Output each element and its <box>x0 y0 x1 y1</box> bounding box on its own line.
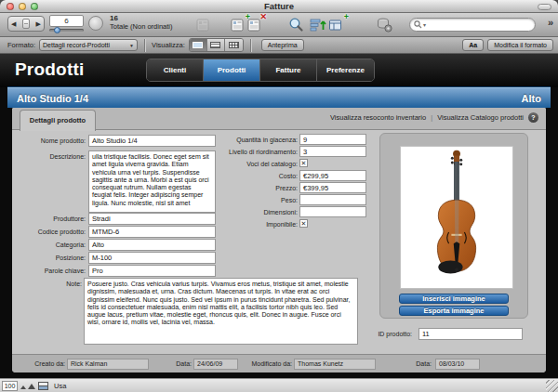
layout-popup-value: Dettagli record-Prodotti <box>43 42 110 48</box>
list-view-button[interactable] <box>207 39 225 51</box>
record-slider-thumb[interactable] <box>54 27 60 33</box>
close-window-button[interactable] <box>7 3 14 10</box>
tab-clienti[interactable]: Clienti <box>147 59 204 81</box>
found-set-pie-button[interactable] <box>88 16 103 31</box>
export-image-button[interactable]: Esporta immagine <box>399 306 509 316</box>
find-button[interactable] <box>288 17 305 33</box>
tab-prodotti[interactable]: Prodotti <box>204 59 260 81</box>
peso-field[interactable] <box>299 194 366 205</box>
descrizione-label: Descrizione: <box>14 153 86 160</box>
previous-record-button[interactable]: ◀ <box>11 20 16 27</box>
new-record-button[interactable]: + <box>230 17 246 33</box>
prezzo-field[interactable]: €399,95 <box>299 182 366 193</box>
created-date-label: Data: <box>161 360 192 367</box>
search-icon <box>414 20 422 29</box>
modified-by-label: Modificato da: <box>245 360 292 367</box>
quick-find-input[interactable]: ▾ <box>409 18 536 32</box>
livello-label: Livello di riordinamento: <box>189 149 298 155</box>
insert-image-button[interactable]: Inserisci immagine <box>399 294 509 304</box>
detail-panel: Dettagli prodotto Visualizza resoconto i… <box>12 108 546 372</box>
categoria-field[interactable]: Alto <box>88 239 216 251</box>
view-label: Visualizza: <box>152 41 185 49</box>
product-image-field[interactable] <box>400 146 513 289</box>
id-prodotto-label: ID prodotto: <box>319 331 412 337</box>
zoom-in-icon[interactable] <box>28 384 35 389</box>
link-product-catalog[interactable]: Visualizza Catalogo prodotti <box>437 113 524 122</box>
window-controls <box>7 3 38 10</box>
format-label: Formato: <box>7 41 35 49</box>
link-inventory-report[interactable]: Visualizza resoconto inventario <box>330 113 426 122</box>
mode-popup[interactable]: Usa <box>54 382 66 390</box>
search-menu-caret-icon[interactable]: ▾ <box>423 21 426 28</box>
resize-grip[interactable] <box>546 380 558 392</box>
window-title: Fatture <box>0 0 558 13</box>
posizione-field[interactable]: M-100 <box>88 252 216 264</box>
layout-bar: Formato: Dettagli record-Prodotti ▼ Visu… <box>0 37 558 54</box>
note-field[interactable]: Posuere justo. Cras vehicula varius turp… <box>84 278 358 345</box>
produttore-label: Produttore: <box>14 216 86 222</box>
status-area-toggle-icon[interactable] <box>38 382 48 390</box>
nome-prodotto-label: Nome prodotto: <box>14 137 86 144</box>
toolbar-overflow-button[interactable]: » <box>548 17 553 28</box>
parole-chiave-label: Parole chiave: <box>14 268 86 274</box>
record-title: Alto Studio 1/4 <box>17 93 88 104</box>
database-manage-button[interactable] <box>377 17 393 33</box>
show-all-records-button[interactable] <box>195 17 212 33</box>
delete-record-button[interactable]: ✕ <box>246 17 263 33</box>
violin-image <box>414 148 499 287</box>
app-window: Fatture ◀ ▶ 6 16 Totale (Non ordinati) +… <box>0 0 558 392</box>
note-label: Note: <box>14 281 82 287</box>
zoom-out-icon[interactable] <box>20 385 26 389</box>
add-badge-icon: + <box>344 13 349 21</box>
created-by-field[interactable]: Rick Kalman <box>67 359 149 370</box>
quantita-field[interactable]: 9 <box>299 134 366 145</box>
share-button[interactable]: + <box>328 17 345 33</box>
tab-fatture[interactable]: Fatture <box>260 59 317 81</box>
window-titlebar[interactable]: Fatture <box>0 0 558 13</box>
imponibile-checkbox[interactable]: ✕ <box>299 219 308 228</box>
dimensioni-field[interactable] <box>299 206 366 217</box>
zoom-level-field[interactable]: 100 <box>2 381 18 391</box>
codice-prodotto-label: Codice prodotto: <box>14 229 86 235</box>
minimize-window-button[interactable] <box>19 3 26 10</box>
dropdown-arrow-icon: ▼ <box>129 43 134 48</box>
record-navigation-control: ◀ ▶ <box>7 16 45 32</box>
livello-field[interactable]: 3 <box>299 146 366 157</box>
record-metadata-strip: Creato da: Rick Kalman Data: 24/06/09 Mo… <box>12 354 546 372</box>
created-date-field[interactable]: 24/06/09 <box>193 359 238 370</box>
status-bar: 100 Usa <box>0 378 558 392</box>
sort-button[interactable] <box>310 17 326 33</box>
current-record-field[interactable]: 6 <box>49 15 84 27</box>
form-view-button[interactable] <box>190 39 207 51</box>
divider <box>250 39 251 52</box>
id-prodotto-field[interactable]: 11 <box>418 328 523 340</box>
voci-catalogo-checkbox[interactable]: ✕ <box>299 159 308 167</box>
tab-dettagli-prodotto[interactable]: Dettagli prodotto <box>20 110 96 131</box>
rolodex-icon <box>22 19 30 29</box>
layout-popup-menu[interactable]: Dettagli record-Prodotti ▼ <box>39 39 138 51</box>
created-by-label: Creato da: <box>14 360 65 367</box>
quantita-label: Quantità in giacenza: <box>189 137 298 143</box>
formatting-bar-button[interactable]: Aa <box>462 39 484 51</box>
divider <box>144 39 145 52</box>
next-record-button[interactable]: ▶ <box>36 20 41 27</box>
table-view-button[interactable] <box>225 39 243 51</box>
layout-header: Prodotti Clienti Prodotti Fatture Prefer… <box>0 54 558 87</box>
tab-preferenze[interactable]: Preferenze <box>317 59 374 81</box>
delete-badge-icon: ✕ <box>259 13 267 21</box>
table-view-icon <box>229 42 239 48</box>
record-title-bar: Alto Studio 1/4 Alto <box>7 87 551 108</box>
toolbar-toggle-button[interactable] <box>538 4 551 10</box>
form-view-icon <box>193 42 203 48</box>
voci-catalogo-label: Voci del catalogo: <box>189 161 298 167</box>
modified-by-field[interactable]: Thomas Kunetz <box>294 359 376 370</box>
parole-chiave-field[interactable]: Pro <box>88 265 216 277</box>
costo-field[interactable]: €299,95 <box>299 170 366 181</box>
modified-date-field[interactable]: 08/03/10 <box>435 359 480 370</box>
edit-layout-button[interactable]: Modifica il formato <box>487 39 553 51</box>
preview-button[interactable]: Anteprima <box>261 39 304 51</box>
status-toolbar: ◀ ▶ 6 16 Totale (Non ordinati) + ✕ <box>0 13 558 37</box>
zoom-window-button[interactable] <box>31 3 38 10</box>
image-panel: Inserisci immagine Esporta immagine <box>379 133 528 319</box>
help-button[interactable]: ? <box>528 112 538 123</box>
